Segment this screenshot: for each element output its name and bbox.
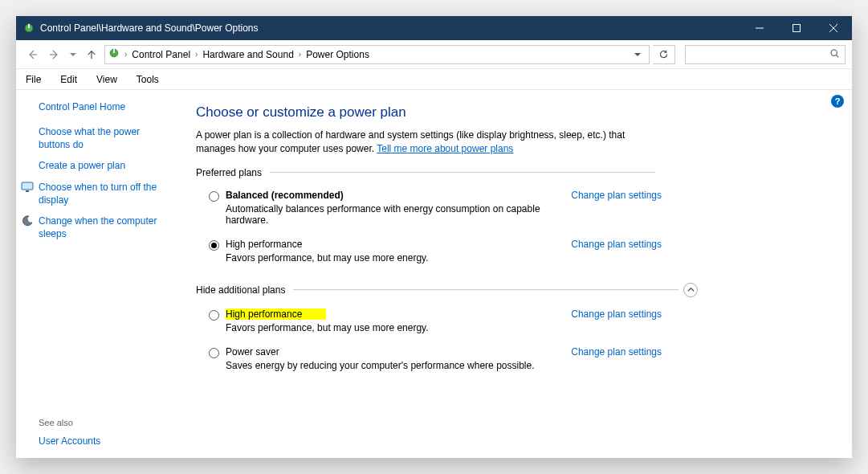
breadcrumb-control-panel[interactable]: Control Panel: [132, 49, 190, 60]
window: Control Panel\Hardware and Sound\Power O…: [16, 16, 852, 458]
moon-icon: [21, 215, 34, 227]
back-button[interactable]: [22, 45, 42, 64]
collapse-icon[interactable]: [683, 283, 698, 297]
additional-plans-list: High performanceFavors performance, but …: [196, 305, 829, 381]
see-also-label: See also: [39, 418, 170, 427]
address-bar[interactable]: › Control Panel › Hardware and Sound › P…: [104, 45, 650, 64]
svg-point-11: [831, 50, 837, 55]
plan-description: Favors performance, but may use more ene…: [226, 322, 561, 333]
svg-rect-3: [793, 25, 801, 32]
breadcrumb-hardware-sound[interactable]: Hardware and Sound: [202, 49, 293, 60]
plan-body: High performanceFavors performance, but …: [226, 309, 561, 333]
svg-rect-14: [26, 190, 29, 192]
recent-dropdown[interactable]: [67, 45, 79, 64]
learn-more-link[interactable]: Tell me more about power plans: [377, 143, 513, 154]
sidebar-item-label: Create a power plan: [39, 160, 125, 171]
maximize-button[interactable]: [778, 16, 815, 40]
plan-body: High performanceFavors performance, but …: [226, 239, 561, 264]
power-options-icon: [22, 22, 35, 35]
see-also-block: See also User Accounts: [39, 418, 170, 447]
control-panel-home-link[interactable]: Control Panel Home: [39, 101, 170, 112]
change-plan-settings-link[interactable]: Change plan settings: [571, 190, 662, 201]
plan-name[interactable]: High performance: [226, 239, 561, 250]
navbar: › Control Panel › Hardware and Sound › P…: [16, 40, 852, 69]
sidebar-link-create-plan[interactable]: Create a power plan: [39, 159, 170, 172]
titlebar: Control Panel\Hardware and Sound\Power O…: [16, 16, 852, 40]
close-button[interactable]: [815, 16, 852, 40]
control-panel-icon: [108, 47, 120, 61]
window-title: Control Panel\Hardware and Sound\Power O…: [40, 22, 259, 34]
monitor-icon: [21, 181, 34, 194]
chevron-right-icon[interactable]: ›: [299, 50, 301, 59]
preferred-plans-list: Balanced (recommended)Automatically bala…: [196, 186, 829, 273]
svg-line-12: [837, 55, 839, 57]
power-plan-row: Power saverSaves energy by reducing your…: [196, 343, 662, 381]
plan-name[interactable]: Balanced (recommended): [226, 190, 561, 201]
plan-radio[interactable]: [209, 191, 219, 202]
menubar: File Edit View Tools: [16, 69, 852, 90]
search-box[interactable]: [685, 45, 846, 64]
search-input[interactable]: [691, 49, 829, 60]
change-plan-settings-link[interactable]: Change plan settings: [571, 239, 662, 250]
user-accounts-link[interactable]: User Accounts: [39, 435, 170, 447]
plan-body: Balanced (recommended)Automatically bala…: [226, 190, 561, 226]
plan-description: Saves energy by reducing your computer's…: [226, 360, 561, 371]
menu-edit[interactable]: Edit: [57, 72, 80, 87]
main-panel: Choose or customize a power plan A power…: [185, 90, 852, 458]
plan-body: Power saverSaves energy by reducing your…: [226, 346, 561, 371]
section-label: Preferred plans: [196, 167, 262, 178]
preferred-plans-header: Preferred plans: [196, 167, 829, 178]
svg-rect-13: [22, 182, 33, 190]
sidebar-item-label: Choose what the power buttons do: [39, 126, 140, 150]
plan-name[interactable]: High performance: [226, 309, 561, 320]
plan-radio[interactable]: [209, 240, 219, 251]
plan-name[interactable]: Power saver: [226, 346, 561, 358]
refresh-button[interactable]: [653, 45, 675, 64]
change-plan-settings-link[interactable]: Change plan settings: [571, 309, 662, 320]
divider: [293, 289, 679, 290]
up-button[interactable]: [82, 45, 101, 64]
svg-rect-1: [28, 24, 30, 28]
plan-description: Favors performance, but may use more ene…: [226, 252, 561, 264]
sidebar: Control Panel Home Choose what the power…: [16, 90, 185, 458]
plan-description: Automatically balances performance with …: [226, 203, 561, 226]
address-dropdown[interactable]: [630, 49, 646, 60]
menu-tools[interactable]: Tools: [133, 72, 162, 87]
content-area: ? Control Panel Home Choose what the pow…: [16, 90, 852, 458]
sidebar-item-label: Change when the computer sleeps: [39, 215, 157, 239]
power-plan-row: High performanceFavors performance, but …: [196, 235, 662, 273]
divider: [270, 172, 655, 173]
sidebar-link-sleep[interactable]: Change when the computer sleeps: [39, 215, 170, 240]
chevron-right-icon[interactable]: ›: [195, 50, 198, 59]
chevron-right-icon[interactable]: ›: [124, 50, 127, 59]
menu-view[interactable]: View: [93, 72, 120, 87]
svg-rect-10: [113, 49, 115, 53]
power-plan-row: Balanced (recommended)Automatically bala…: [196, 186, 662, 235]
plan-radio[interactable]: [209, 310, 219, 321]
sidebar-item-label: Choose when to turn off the display: [39, 182, 157, 206]
section-label: Hide additional plans: [196, 284, 285, 296]
change-plan-settings-link[interactable]: Change plan settings: [571, 346, 662, 358]
additional-plans-header[interactable]: Hide additional plans: [196, 283, 829, 297]
plan-radio[interactable]: [209, 348, 219, 358]
minimize-button[interactable]: [741, 16, 778, 40]
menu-file[interactable]: File: [22, 72, 44, 87]
power-plan-row: High performanceFavors performance, but …: [196, 305, 662, 343]
breadcrumb-power-options[interactable]: Power Options: [306, 49, 369, 60]
page-heading: Choose or customize a power plan: [196, 104, 829, 121]
page-description: A power plan is a collection of hardware…: [196, 129, 662, 156]
help-icon[interactable]: ?: [831, 95, 844, 108]
sidebar-link-power-buttons[interactable]: Choose what the power buttons do: [39, 125, 170, 151]
search-icon[interactable]: [829, 48, 840, 61]
forward-button[interactable]: [45, 45, 64, 64]
sidebar-link-display-off[interactable]: Choose when to turn off the display: [39, 181, 170, 206]
